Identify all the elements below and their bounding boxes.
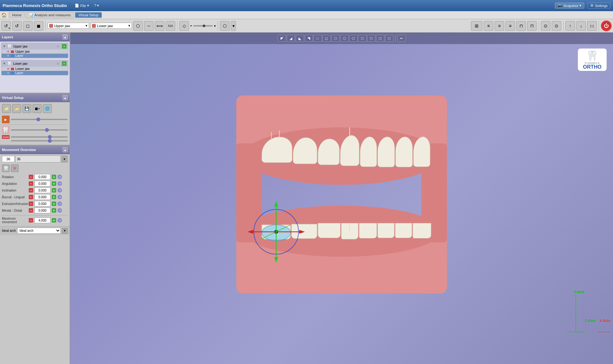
max-movement-minus[interactable]: − — [29, 218, 33, 223]
movement-reset-1[interactable]: ↺ — [57, 181, 62, 186]
movement-plus-2[interactable]: + — [52, 188, 56, 193]
movement-reset-3[interactable]: ↺ — [57, 195, 62, 199]
right-tool-4[interactable]: ⊓ — [516, 21, 526, 31]
snapshot-button[interactable]: 📷 Snapshot ▾ — [555, 3, 584, 9]
tooth-selector-arrow[interactable]: ▾ — [61, 155, 68, 163]
vp-btn-11[interactable]: ⬡ — [367, 35, 375, 42]
layers-collapse-btn[interactable]: ▲ — [63, 34, 68, 40]
movement-minus-1[interactable]: − — [29, 181, 33, 186]
max-movement-reset[interactable]: ↺ — [57, 218, 62, 223]
vp-btn-2[interactable]: ◢ — [287, 35, 295, 42]
sep-r2 — [563, 21, 564, 31]
vp-btn-10[interactable]: ⬡ — [358, 35, 367, 42]
settings-button[interactable]: ⚙ Settings — [587, 3, 610, 9]
toolbar-btn-4[interactable]: ↔ — [144, 21, 154, 31]
movement-plus-3[interactable]: + — [52, 195, 56, 199]
upper-jaw-delete-btn[interactable]: ✕ — [55, 44, 60, 49]
tooth-number-input[interactable] — [2, 156, 15, 162]
nav-virtual-setup[interactable]: Virtual Setup — [75, 12, 102, 18]
show-button[interactable]: ◻ — [23, 21, 33, 31]
vp-btn-1[interactable]: ◤ — [278, 35, 286, 42]
max-movement-plus[interactable]: + — [52, 218, 56, 223]
right-tool-3[interactable]: ≡ — [505, 21, 515, 31]
viewport[interactable]: ◤ ◢ ◣ ◥ □ ◻ ⬡ ⬡ ⬡ ⬡ ⬡ ⬡ ⬡ ✏ — [70, 33, 613, 364]
right-tool-8[interactable]: ↑ — [565, 21, 575, 31]
nav-home[interactable]: Home — [9, 12, 25, 18]
movement-reset-4[interactable]: ↺ — [57, 201, 62, 206]
movement-plus-0[interactable]: + — [52, 175, 56, 179]
lower-jaw-add-btn[interactable]: + — [62, 61, 67, 66]
right-tool-5[interactable]: ⊓ — [527, 21, 537, 31]
ideal-arch-arrow[interactable]: ▾ — [62, 228, 68, 234]
movement-plus-5[interactable]: + — [52, 208, 56, 213]
movement-minus-2[interactable]: − — [29, 188, 33, 193]
redo-button[interactable]: ↺ — [12, 21, 22, 31]
ideal-arch-select[interactable]: Ideal arch — [17, 228, 61, 234]
lower-jaw-selector[interactable]: Lower jaw ▾ — [90, 23, 132, 29]
right-tool-grid[interactable]: ⊞ — [471, 21, 482, 31]
nav-analysis[interactable]: 📊 Analysis and measures — [26, 12, 74, 18]
vp-btn-7[interactable]: ⬡ — [331, 35, 340, 42]
vs-btn-4[interactable]: ◼ ▾ — [33, 104, 42, 113]
movement-minus-3[interactable]: − — [29, 195, 33, 199]
movement-minus-4[interactable]: − — [29, 201, 33, 206]
right-tool-10[interactable]: ↕↕ — [587, 21, 597, 31]
file-menu[interactable]: 📄 File ▾ — [72, 3, 92, 8]
vp-btn-8[interactable]: ⬡ — [340, 35, 349, 42]
vp-btn-3[interactable]: ◣ — [296, 35, 304, 42]
lower-jaw-delete-btn[interactable]: ✕ — [55, 61, 60, 66]
movement-plus-1[interactable]: + — [52, 181, 56, 186]
vs-collapse-btn[interactable]: ▲ — [63, 95, 68, 100]
vp-btn-6[interactable]: ◻ — [322, 35, 331, 42]
movement-reset-5[interactable]: ↺ — [57, 208, 62, 213]
right-power-button[interactable]: ⏻ — [601, 20, 612, 31]
viewport-slider[interactable]: ● ● — [190, 24, 216, 27]
toolbar-dropdown-8[interactable]: ▾ — [231, 21, 236, 31]
upper-jaw-sub-item[interactable]: 👁 Upper jaw — [2, 49, 68, 54]
lower-jaw-sub-item[interactable]: 👁 Lower jaw — [2, 67, 68, 71]
gum-slider-3[interactable] — [11, 140, 68, 141]
vp-btn-13[interactable]: ⬡ — [385, 35, 393, 42]
right-tool-9[interactable]: ↓ — [576, 21, 586, 31]
vp-btn-12[interactable]: ⬡ — [376, 35, 384, 42]
movement-row-4: Extrusion/Intrusion − 0.000 + ↺ — [2, 201, 68, 207]
help-menu[interactable]: ? ▾ — [92, 3, 102, 8]
movement-reset-0[interactable]: ↺ — [57, 175, 62, 179]
right-tool-7[interactable]: ⊙ — [552, 21, 561, 31]
movement-minus-5[interactable]: − — [29, 208, 33, 213]
right-tool-6[interactable]: ⊙ — [541, 21, 550, 31]
movement-plus-4[interactable]: + — [52, 201, 56, 206]
lower-jaw-group-header[interactable]: ▼ 🦷 Lower jaw ✕ + — [2, 60, 68, 67]
lower-jaw-layer-item[interactable]: 👁 Layer — [2, 71, 68, 75]
tooth-op-1[interactable]: 🦷 — [2, 164, 10, 172]
lower-jaw-sub-label: Lower jaw — [15, 67, 30, 71]
movement-collapse-btn[interactable]: ▲ — [63, 147, 68, 152]
tooth-op-2[interactable]: ✕ — [11, 164, 19, 172]
vp-btn-9[interactable]: ⬡ — [349, 35, 358, 42]
vs-btn-2[interactable]: 📂 — [12, 104, 21, 113]
vs-btn-5[interactable]: 🌐 — [43, 104, 52, 113]
vp-pen-btn[interactable]: ✏ — [397, 35, 406, 42]
movement-reset-2[interactable]: ↺ — [57, 188, 62, 193]
gum-slider-1[interactable] — [11, 129, 68, 131]
upper-jaw-layer-item[interactable]: 👁 Layer — [2, 54, 68, 58]
right-tool-2[interactable]: ≡ — [495, 21, 504, 31]
upper-jaw-group-header[interactable]: ▼ 🦷 Upper jaw ✕ + — [2, 43, 68, 49]
upper-jaw-add-btn[interactable]: + — [62, 44, 67, 49]
undo-button[interactable]: ↺ ▾ — [1, 21, 11, 31]
vs-btn-3[interactable]: 💾 — [22, 104, 31, 113]
toolbar-btn-6[interactable]: 515 — [166, 21, 175, 31]
gum-slider-2[interactable] — [11, 136, 68, 138]
right-tool-1[interactable]: ≡ — [484, 21, 493, 31]
vp-btn-5[interactable]: □ — [314, 35, 322, 42]
vs-btn-1[interactable]: 📁 — [2, 104, 11, 113]
vp-btn-4[interactable]: ◥ — [305, 35, 313, 42]
movement-minus-0[interactable]: − — [29, 175, 33, 179]
toolbar-btn-5[interactable]: ⟺ — [155, 21, 164, 31]
animation-slider[interactable] — [11, 119, 68, 120]
toolbar-btn-3[interactable]: ⬡ — [133, 21, 143, 31]
toolbar-btn-8[interactable]: ⬡ — [220, 21, 230, 31]
fill-button[interactable]: ◼ — [34, 21, 43, 31]
upper-jaw-selector[interactable]: Upper jaw ▾ — [48, 23, 89, 29]
toolbar-btn-7[interactable]: ◇ — [179, 21, 189, 31]
